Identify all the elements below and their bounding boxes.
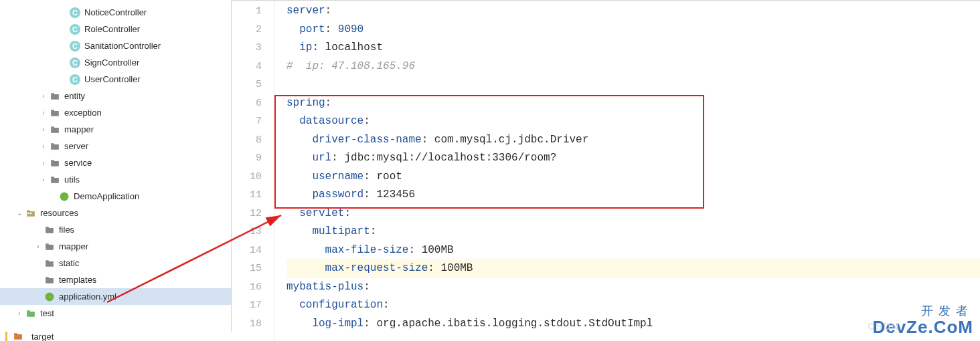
line-number[interactable]: 11 — [232, 186, 262, 205]
chevron-right-icon[interactable]: › — [39, 108, 48, 118]
line-number[interactable]: 12 — [232, 205, 262, 223]
class-icon: C — [70, 41, 80, 51]
folder-icon — [44, 258, 55, 269]
line-number[interactable]: 4 — [232, 58, 262, 76]
code-line[interactable]: max-file-size: 100MB — [287, 241, 980, 260]
tree-label: utils — [64, 175, 80, 185]
code-line[interactable]: server: — [287, 2, 980, 21]
folder-icon — [50, 91, 60, 102]
tree-label: files — [59, 225, 74, 235]
tree-item-controller[interactable]: C SignController — [0, 54, 231, 71]
svg-rect-1 — [27, 212, 29, 213]
tree-item-package[interactable]: › server — [0, 138, 231, 154]
code-line[interactable]: max-request-size: 100MB — [287, 259, 980, 278]
code-line[interactable]: spring: — [287, 94, 980, 113]
line-number[interactable]: 2 — [232, 21, 262, 39]
code-line[interactable]: driver-class-name: com.mysql.cj.jdbc.Dri… — [287, 131, 980, 150]
code-line[interactable]: mybatis-plus: — [287, 278, 980, 297]
tree-item-resfolder[interactable]: static — [0, 255, 231, 271]
code-line[interactable]: password: 123456 — [287, 186, 980, 205]
chevron-right-icon[interactable]: › — [39, 175, 48, 185]
line-number[interactable]: 13 — [232, 223, 262, 241]
chevron-right-icon[interactable]: › — [39, 158, 48, 168]
line-number[interactable]: 16 — [232, 278, 262, 297]
tree-item-controller[interactable]: C NoticeController — [0, 4, 231, 21]
tree-item-demoapp[interactable]: DemoApplication — [0, 188, 231, 205]
line-number[interactable]: 5 — [232, 76, 262, 94]
line-number[interactable]: 14 — [232, 241, 262, 260]
tree-label: target — [31, 332, 54, 342]
line-number[interactable]: 17 — [232, 296, 262, 315]
tree-label: mapper — [59, 241, 88, 251]
tree-label: resources — [40, 208, 78, 218]
code-area[interactable]: server: port: 9090 ip: localhost# ip: 47… — [274, 1, 980, 341]
class-icon: C — [70, 58, 80, 68]
editor-pane: AuditController.java Audit.vue applicati… — [232, 0, 980, 341]
chevron-right-icon[interactable] — [33, 225, 43, 235]
folder-icon — [25, 208, 36, 219]
folder-icon — [50, 141, 60, 152]
chevron-right-icon[interactable]: › — [39, 125, 48, 134]
tree-item-test[interactable]: › test — [0, 305, 231, 322]
code-line[interactable]: servlet: — [287, 205, 980, 223]
line-number[interactable]: 3 — [232, 39, 262, 58]
tree-item-application-yml[interactable]: application.yml — [0, 288, 231, 305]
chevron-right-icon[interactable]: › — [39, 92, 48, 101]
tree-label: test — [40, 308, 54, 318]
tree-item-controller[interactable]: C SanitationController — [0, 37, 231, 54]
tree-label: SanitationController — [84, 41, 161, 51]
code-line[interactable]: port: 9090 — [287, 21, 980, 39]
chevron-down-icon[interactable]: ⌄ — [15, 209, 24, 218]
line-number[interactable]: 6 — [232, 94, 262, 113]
line-number[interactable]: 9 — [232, 149, 262, 168]
chevron-right-icon[interactable]: › — [39, 142, 48, 151]
tree-item-package[interactable]: › exception — [0, 104, 231, 121]
line-number[interactable]: 15 — [232, 259, 262, 278]
line-number[interactable]: 10 — [232, 168, 262, 187]
folder-icon — [50, 158, 60, 168]
tree-label: static — [59, 258, 79, 268]
code-line[interactable]: configuration: — [287, 296, 980, 315]
marker-bar — [5, 332, 7, 341]
tree-label: service — [64, 158, 92, 168]
chevron-right-icon[interactable]: › — [33, 242, 43, 251]
tree-item-target[interactable]: target — [0, 332, 232, 341]
tree-item-controller[interactable]: C RoleController — [0, 21, 231, 37]
svg-rect-2 — [30, 212, 31, 213]
code-line[interactable]: log-impl: org.apache.ibatis.logging.stdo… — [287, 315, 980, 334]
tree-item-package[interactable]: › mapper — [0, 121, 231, 138]
folder-icon — [50, 108, 60, 118]
code-line[interactable]: url: jdbc:mysql://localhost:3306/room? — [287, 149, 980, 168]
project-tree[interactable]: C NoticeController C RoleController C Sa… — [0, 0, 232, 341]
chevron-right-icon[interactable] — [33, 275, 43, 285]
tree-item-resfolder[interactable]: › mapper — [0, 238, 231, 255]
class-icon: C — [70, 7, 80, 18]
line-number[interactable]: 8 — [232, 131, 262, 150]
tree-label: mapper — [64, 124, 94, 134]
folder-icon — [50, 175, 60, 185]
tree-label: DemoApplication — [74, 191, 139, 201]
tree-item-package[interactable]: › entity — [0, 88, 231, 104]
chevron-right-icon[interactable]: › — [15, 309, 24, 318]
code-line[interactable]: datasource: — [287, 112, 980, 131]
code-line[interactable]: ip: localhost — [287, 39, 980, 58]
line-number[interactable]: 1 — [232, 2, 262, 21]
code-line[interactable]: # ip: 47.108.165.96 — [287, 58, 980, 76]
code-line[interactable]: username: root — [287, 168, 980, 187]
yml-icon — [44, 292, 55, 302]
tree-item-resfolder[interactable]: templates — [0, 271, 231, 288]
tree-label: RoleController — [84, 24, 140, 34]
code-line[interactable]: multipart: — [287, 223, 980, 241]
code-line[interactable] — [287, 76, 980, 94]
line-gutter[interactable]: 123456789101112131415161718 — [232, 1, 274, 341]
tree-item-controller[interactable]: C UserController — [0, 71, 231, 88]
tree-item-package[interactable]: › service — [0, 154, 231, 171]
tree-label: exception — [64, 108, 102, 118]
tree-item-package[interactable]: › utils — [0, 171, 231, 188]
chevron-right-icon[interactable] — [33, 259, 43, 268]
tree-item-resources[interactable]: ⌄ resources — [0, 205, 231, 221]
line-number[interactable]: 18 — [232, 315, 262, 334]
line-number[interactable]: 7 — [232, 112, 262, 131]
tree-item-resfolder[interactable]: files — [0, 221, 231, 238]
tree-label: SignController — [84, 58, 139, 68]
